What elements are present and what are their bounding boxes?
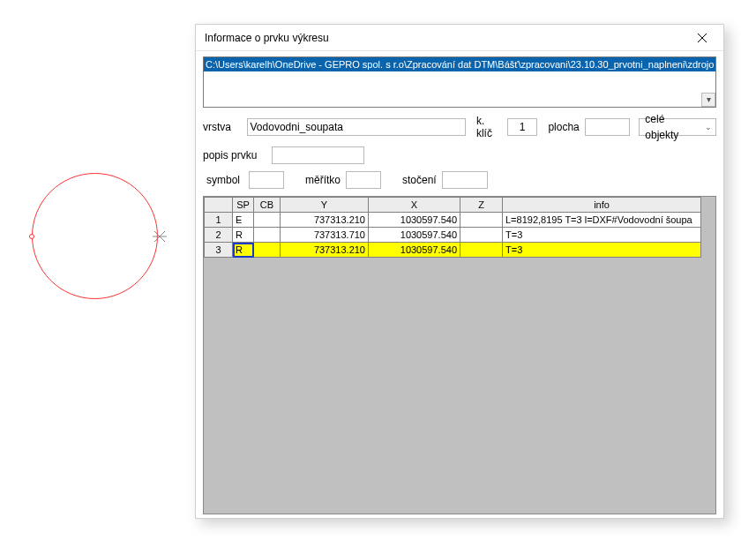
- file-path: C:\Users\karelh\OneDrive - GEPRO spol. s…: [204, 57, 715, 71]
- grid-container: SP CB Y X Z info 1 E 737313.210 1030597: [203, 196, 716, 514]
- col-x[interactable]: X: [369, 198, 460, 213]
- symbol-label: symbol: [203, 174, 243, 186]
- cell-sp[interactable]: R: [233, 228, 254, 243]
- kklic-input[interactable]: 1: [507, 118, 538, 136]
- cell-sp[interactable]: R: [233, 243, 254, 258]
- row-number[interactable]: 1: [205, 213, 233, 228]
- cell-y[interactable]: 737313.210: [281, 243, 369, 258]
- cell-z[interactable]: [460, 243, 503, 258]
- col-info[interactable]: info: [503, 198, 701, 213]
- table-header-row: SP CB Y X Z info: [205, 198, 701, 213]
- cell-z[interactable]: [460, 213, 503, 228]
- cell-x[interactable]: 1030597.540: [369, 243, 460, 258]
- col-cb[interactable]: CB: [254, 198, 281, 213]
- path-textarea[interactable]: C:\Users\karelh\OneDrive - GEPRO spol. s…: [203, 56, 716, 108]
- coord-table[interactable]: SP CB Y X Z info 1 E 737313.210 1030597: [204, 197, 701, 258]
- scope-select[interactable]: celé objekty ⌄: [639, 118, 716, 136]
- col-sp[interactable]: SP: [233, 198, 254, 213]
- titlebar[interactable]: Informace o prvku výkresu: [196, 25, 723, 51]
- cell-info[interactable]: L=8192,8195 T=3 l=DXF#Vodovodní šoupa: [503, 213, 701, 228]
- cell-cb[interactable]: [254, 213, 281, 228]
- col-z[interactable]: Z: [460, 198, 503, 213]
- cell-cb[interactable]: [254, 243, 281, 258]
- popis-input[interactable]: [272, 146, 364, 164]
- cell-info[interactable]: T=3: [503, 228, 701, 243]
- meritko-label: měřítko: [305, 174, 341, 186]
- cell-info[interactable]: T=3: [503, 243, 701, 258]
- stoceni-label: stočení: [402, 174, 437, 186]
- window-title: Informace o prvku výkresu: [205, 32, 685, 44]
- popis-label: popis prvku: [203, 149, 266, 161]
- info-dialog: Informace o prvku výkresu C:\Users\karel…: [195, 24, 724, 519]
- stoceni-input[interactable]: [442, 171, 488, 189]
- kklic-label: k. klíč: [476, 115, 502, 139]
- cell-z[interactable]: [460, 228, 503, 243]
- scope-value: celé objekty: [645, 111, 700, 143]
- vrstva-input[interactable]: Vodovodni_soupata: [247, 118, 466, 136]
- table-row[interactable]: 2 R 737313.710 1030597.540 T=3: [205, 228, 701, 243]
- close-button[interactable]: [685, 26, 720, 50]
- plocha-input[interactable]: [585, 118, 631, 136]
- vertex-handle[interactable]: [29, 234, 34, 239]
- cell-x[interactable]: 1030597.540: [369, 228, 460, 243]
- scroll-down-button[interactable]: ▾: [701, 93, 715, 107]
- cell-y[interactable]: 737313.710: [281, 228, 369, 243]
- vrstva-label: vrstva: [203, 121, 242, 133]
- cell-x[interactable]: 1030597.540: [369, 213, 460, 228]
- col-y[interactable]: Y: [281, 198, 369, 213]
- cell-sp[interactable]: E: [233, 213, 254, 228]
- cell-cb[interactable]: [254, 228, 281, 243]
- col-corner[interactable]: [205, 198, 233, 213]
- chevron-down-icon: ▾: [707, 94, 711, 104]
- vrstva-value: Vodovodni_soupata: [251, 121, 343, 133]
- chevron-down-icon: ⌄: [705, 119, 712, 135]
- kklic-value: 1: [520, 121, 526, 133]
- close-icon: [698, 34, 707, 42]
- table-row[interactable]: 3 R 737313.210 1030597.540 T=3: [205, 243, 701, 258]
- cell-y[interactable]: 737313.210: [281, 213, 369, 228]
- symbol-input[interactable]: [249, 171, 284, 189]
- meritko-input[interactable]: [346, 171, 381, 189]
- plocha-label: plocha: [548, 121, 579, 133]
- circle-shape: [32, 173, 158, 299]
- row-number[interactable]: 2: [205, 228, 233, 243]
- row-number[interactable]: 3: [205, 243, 233, 258]
- x-marker: [153, 229, 167, 244]
- table-row[interactable]: 1 E 737313.210 1030597.540 L=8192,8195 T…: [205, 213, 701, 228]
